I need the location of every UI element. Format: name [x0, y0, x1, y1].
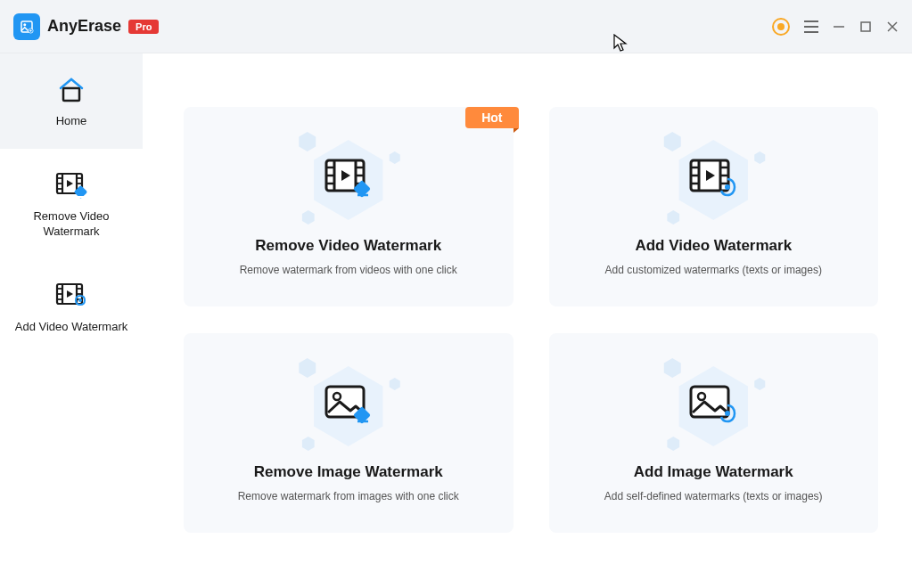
card-icon-wrap	[655, 362, 771, 451]
sidebar-item-add-video[interactable]: Add Video Watermark	[0, 259, 143, 355]
user-icon[interactable]	[772, 18, 790, 36]
card-icon-wrap	[291, 135, 407, 225]
card-remove-video-watermark[interactable]: Hot Remove Video Watermark Remove waterm…	[184, 107, 514, 306]
sidebar-item-home[interactable]: Home	[0, 53, 143, 149]
card-desc: Remove watermark from videos with one cl…	[240, 264, 457, 276]
svg-rect-54	[691, 387, 728, 417]
sidebar-item-remove-video[interactable]: Remove Video Watermark	[0, 149, 143, 259]
svg-point-56	[725, 411, 730, 416]
video-remove-icon	[53, 168, 89, 204]
maximize-button[interactable]	[859, 20, 872, 33]
svg-point-28	[78, 298, 82, 302]
card-title: Add Image Watermark	[634, 463, 793, 481]
main-area: Hot Remove Video Watermark Remove waterm…	[143, 53, 912, 588]
header: AnyErase Pro	[0, 0, 912, 53]
video-add-icon	[53, 279, 89, 314]
app-name: AnyErase	[47, 17, 121, 36]
minimize-button[interactable]	[833, 20, 845, 33]
svg-point-49	[725, 184, 730, 190]
video-add-large-icon	[688, 158, 738, 202]
menu-icon[interactable]	[804, 20, 818, 33]
svg-point-1	[23, 23, 26, 26]
card-icon-wrap	[655, 135, 771, 225]
image-remove-large-icon	[324, 384, 374, 429]
card-add-image-watermark[interactable]: Add Image Watermark Add self-defined wat…	[549, 333, 879, 533]
card-desc: Remove watermark from images with one cl…	[238, 490, 459, 502]
sidebar: Home Remove Video Watermark Add Video Wa…	[0, 53, 143, 588]
hot-badge: Hot	[465, 107, 518, 128]
card-desc: Add customized watermarks (texts or imag…	[605, 264, 822, 276]
logo-wrap: AnyErase Pro	[13, 13, 159, 40]
card-title: Add Video Watermark	[635, 237, 792, 255]
sidebar-item-label: Remove Video Watermark	[9, 209, 134, 240]
pro-badge: Pro	[128, 20, 159, 34]
sidebar-item-label: Home	[56, 114, 87, 129]
card-desc: Add self-defined watermarks (texts or im…	[604, 490, 823, 502]
card-icon-wrap	[291, 362, 407, 451]
close-button[interactable]	[886, 20, 899, 33]
card-grid: Hot Remove Video Watermark Remove waterm…	[184, 107, 878, 533]
card-title: Remove Image Watermark	[254, 463, 443, 481]
card-add-video-watermark[interactable]: Add Video Watermark Add customized water…	[549, 107, 879, 306]
home-icon	[53, 73, 89, 109]
video-remove-large-icon	[324, 158, 374, 202]
app-logo-icon	[13, 13, 40, 40]
svg-rect-4	[861, 22, 870, 31]
card-title: Remove Video Watermark	[255, 237, 441, 255]
card-remove-image-watermark[interactable]: Remove Image Watermark Remove watermark …	[184, 333, 514, 533]
image-add-large-icon	[688, 384, 738, 429]
sidebar-item-label: Add Video Watermark	[15, 320, 127, 335]
header-controls	[772, 18, 899, 36]
svg-rect-7	[63, 88, 79, 101]
